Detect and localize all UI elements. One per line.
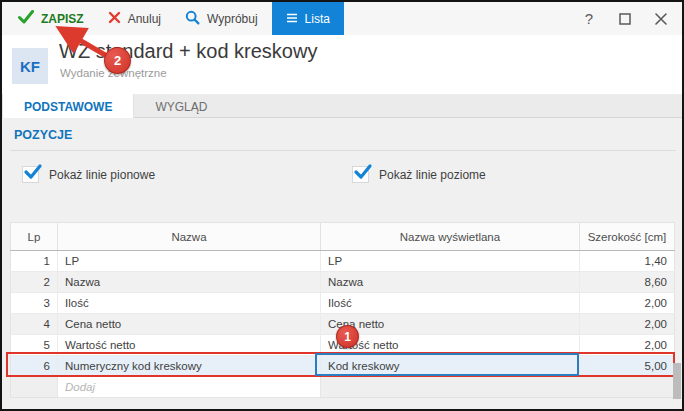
cell-wyswietlana[interactable]: LP: [321, 251, 580, 272]
cell-nazwa[interactable]: LP: [58, 251, 321, 272]
column-header-lp: Lp: [11, 223, 58, 251]
checkmark-icon: [23, 163, 43, 181]
tab-content: POZYCJE Pokaż linie pionowe Pokaż linie …: [2, 118, 682, 409]
menu-icon: [286, 12, 298, 26]
table-row[interactable]: 3IlośćIlość2,00: [11, 293, 675, 314]
cell-szerokosc[interactable]: 1,40: [580, 251, 675, 272]
table-row[interactable]: 2NazwaNazwa8,60: [11, 272, 675, 293]
cell-nazwa[interactable]: Wartość netto: [58, 335, 321, 356]
add-position-row[interactable]: Dodaj: [11, 377, 675, 398]
checkmark-icon: [353, 163, 373, 181]
cell-lp[interactable]: 6: [11, 356, 58, 377]
cell-lp[interactable]: 5: [11, 335, 58, 356]
template-type-badge: KF: [12, 48, 48, 84]
add-row-empty-cell: [321, 377, 580, 398]
table-row[interactable]: 1LPLP1,40: [11, 251, 675, 272]
checkbox-box[interactable]: [352, 166, 369, 183]
column-header-wyswietlana: Nazwa wyświetlana: [321, 223, 580, 251]
cell-lp[interactable]: 2: [11, 272, 58, 293]
checkbox-label: Pokaż linie poziome: [379, 168, 486, 182]
checkbox-horizontal-lines[interactable]: Pokaż linie poziome: [352, 166, 486, 183]
page-title: WZ standard + kod kreskowy: [59, 40, 317, 63]
positions-table: Lp Nazwa Nazwa wyświetlana Szerokość [cm…: [10, 222, 675, 398]
scrollbar-thumb[interactable]: [673, 363, 681, 399]
close-button[interactable]: [650, 8, 672, 30]
cell-szerokosc[interactable]: 8,60: [580, 272, 675, 293]
list-button-label: Lista: [305, 12, 330, 26]
add-row-empty-cell: [580, 377, 675, 398]
checkbox-box[interactable]: [22, 166, 39, 183]
annotation-step-2: 2: [104, 47, 131, 74]
cell-szerokosc[interactable]: 5,00: [580, 356, 675, 377]
cancel-button[interactable]: Anuluj: [96, 2, 173, 35]
section-divider: [10, 150, 676, 151]
add-position-input[interactable]: Dodaj: [58, 377, 321, 398]
column-header-szerokosc: Szerokość [cm]: [580, 223, 675, 251]
checkbox-vertical-lines[interactable]: Pokaż linie pionowe: [22, 166, 155, 183]
annotation-step-1: 1: [336, 325, 359, 348]
tab-podstawowe[interactable]: PODSTAWOWE: [2, 94, 134, 119]
checkbox-label: Pokaż linie pionowe: [49, 168, 155, 182]
cell-wyswietlana[interactable]: Cena netto: [321, 314, 580, 335]
x-icon: [108, 11, 121, 27]
cell-wyswietlana[interactable]: Wartość netto: [321, 335, 580, 356]
save-button-label: ZAPISZ: [41, 12, 84, 26]
cell-nazwa[interactable]: Numeryczny kod kreskowy: [58, 356, 321, 377]
cell-szerokosc[interactable]: 2,00: [580, 314, 675, 335]
tab-strip: PODSTAWOWE WYGLĄD: [2, 94, 682, 118]
toolbar: ZAPISZ Anuluj Wypróbuj Lista ?: [2, 2, 682, 35]
table-row[interactable]: 6Numeryczny kod kreskowyKod kreskowy5,00: [11, 356, 675, 377]
cell-lp[interactable]: 3: [11, 293, 58, 314]
cell-nazwa[interactable]: Nazwa: [58, 272, 321, 293]
positions-table-body: 1LPLP1,402NazwaNazwa8,603IlośćIlość2,004…: [11, 251, 675, 398]
cell-szerokosc[interactable]: 2,00: [580, 335, 675, 356]
maximize-button[interactable]: [614, 8, 636, 30]
column-header-nazwa: Nazwa: [58, 223, 321, 251]
check-icon: [18, 10, 34, 27]
cell-nazwa[interactable]: Cena netto: [58, 314, 321, 335]
cell-wyswietlana[interactable]: Kod kreskowy: [321, 356, 580, 377]
cell-nazwa[interactable]: Ilość: [58, 293, 321, 314]
cell-wyswietlana[interactable]: Ilość: [321, 293, 580, 314]
try-button-label: Wypróbuj: [207, 12, 258, 26]
cancel-button-label: Anuluj: [128, 12, 161, 26]
list-button[interactable]: Lista: [272, 2, 344, 35]
add-row-empty-cell: [11, 377, 58, 398]
cell-lp[interactable]: 4: [11, 314, 58, 335]
save-button[interactable]: ZAPISZ: [2, 2, 96, 35]
cell-lp[interactable]: 1: [11, 251, 58, 272]
search-icon: [185, 10, 200, 28]
table-header-row: Lp Nazwa Nazwa wyświetlana Szerokość [cm…: [11, 223, 675, 251]
try-button[interactable]: Wypróbuj: [173, 2, 270, 35]
cell-szerokosc[interactable]: 2,00: [580, 293, 675, 314]
cell-wyswietlana[interactable]: Nazwa: [321, 272, 580, 293]
template-editor-window: ZAPISZ Anuluj Wypróbuj Lista ?: [0, 0, 684, 411]
tab-wyglad[interactable]: WYGLĄD: [134, 94, 228, 119]
help-button[interactable]: ?: [578, 8, 600, 30]
section-title-pozycje: POZYCJE: [14, 128, 72, 142]
